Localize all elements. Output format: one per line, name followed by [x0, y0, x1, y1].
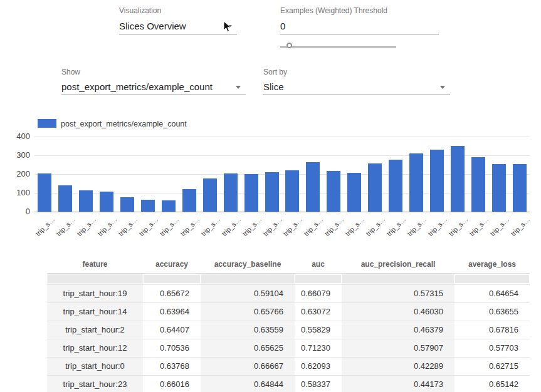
gridline — [34, 137, 530, 137]
bar[interactable] — [368, 163, 382, 212]
feature-cell: trip_start_hour:2 — [47, 321, 143, 339]
bar[interactable] — [38, 173, 51, 212]
metric-cell: 0.44173 — [342, 376, 454, 392]
metric-cell: 0.57703 — [454, 339, 530, 357]
metric-cell: 0.42289 — [342, 358, 454, 375]
filter-cell — [454, 274, 530, 284]
metric-cell: 0.64407 — [143, 321, 201, 339]
metric-cell: 0.63655 — [454, 303, 530, 321]
legend-swatch — [38, 119, 56, 128]
metric-cell: 0.63964 — [143, 303, 201, 321]
column-header-auc[interactable]: auc — [295, 255, 342, 274]
bar[interactable] — [58, 185, 72, 212]
filter-cell — [201, 274, 295, 284]
metric-cell: 0.71230 — [295, 339, 342, 357]
column-filter-accuracy[interactable] — [144, 275, 200, 283]
table-row[interactable]: trip_start_hour:00.637680.666670.620930.… — [47, 358, 530, 376]
bar-plot — [34, 137, 530, 212]
metric-cell: 0.46379 — [342, 321, 454, 339]
metric-cell: 0.57315 — [342, 285, 454, 302]
feature-cell: trip_start_hour:19 — [47, 285, 143, 302]
table-row[interactable]: trip_start_hour:120.705360.656250.712300… — [47, 339, 530, 358]
column-header-average_loss[interactable]: average_loss — [454, 255, 530, 274]
table-row[interactable]: trip_start_hour:140.639640.657660.630720… — [47, 303, 530, 321]
bar[interactable] — [513, 164, 527, 212]
table-row[interactable]: trip_start_hour:190.656720.591040.660790… — [47, 285, 530, 303]
filter-cell — [342, 274, 454, 284]
bar[interactable] — [409, 153, 423, 212]
metric-cell: 0.63559 — [201, 321, 295, 339]
bar[interactable] — [224, 173, 238, 212]
column-filter-auc_precision_recall[interactable] — [342, 275, 454, 283]
tfma-slicing-metrics-view: Visualization Slices Overview Examples (… — [0, 0, 541, 392]
y-tick-label: 100 — [5, 188, 30, 197]
metric-cell: 0.67816 — [454, 321, 530, 339]
metric-cell: 0.66016 — [143, 376, 201, 392]
bar[interactable] — [492, 164, 506, 212]
table-row[interactable]: trip_start_hour:230.660160.648440.583370… — [47, 376, 530, 392]
gridline — [34, 212, 530, 212]
bar[interactable] — [389, 160, 402, 212]
mouse-cursor-icon — [223, 21, 232, 33]
bar[interactable] — [285, 170, 299, 212]
metric-cell: 0.64654 — [454, 285, 530, 302]
column-header-accuracy_baseline[interactable]: accuracy_baseline — [201, 255, 295, 274]
metric-cell: 0.63768 — [143, 358, 201, 375]
feature-cell: trip_start_hour:14 — [47, 303, 143, 321]
table-filter-row — [47, 274, 530, 285]
bar[interactable] — [182, 189, 196, 212]
metric-cell: 0.57907 — [342, 339, 454, 357]
column-filter-feature[interactable] — [48, 275, 142, 283]
bar[interactable] — [306, 162, 320, 212]
metric-cell: 0.46030 — [342, 303, 454, 321]
bar[interactable] — [120, 197, 134, 212]
metric-cell: 0.65625 — [201, 339, 295, 357]
metric-cell: 0.62093 — [295, 358, 342, 375]
bar[interactable] — [244, 174, 258, 212]
column-header-auc_precision_recall[interactable]: auc_precision_recall — [342, 255, 454, 274]
metric-cell: 0.65672 — [143, 285, 201, 302]
bar[interactable] — [141, 200, 155, 212]
legend-label: post_export_metrics/example_count — [61, 120, 187, 128]
bar[interactable] — [100, 192, 113, 212]
metric-cell: 0.63072 — [295, 303, 342, 321]
metric-cell: 0.62715 — [454, 358, 530, 375]
feature-cell: trip_start_hour:23 — [47, 376, 143, 392]
table-row[interactable]: trip_start_hour:20.644070.635590.558290.… — [47, 321, 530, 339]
bar[interactable] — [79, 190, 93, 212]
table-header-row: featureaccuracyaccuracy_baselineaucauc_p… — [47, 255, 530, 274]
column-filter-average_loss[interactable] — [455, 275, 529, 283]
column-header-accuracy[interactable]: accuracy — [143, 255, 201, 274]
metric-cell: 0.59104 — [201, 285, 295, 302]
metric-cell: 0.66667 — [201, 358, 295, 375]
y-tick-label: 300 — [5, 150, 30, 160]
metric-cell: 0.66079 — [295, 285, 342, 302]
y-tick-label: 200 — [5, 169, 30, 178]
feature-cell: trip_start_hour:0 — [47, 358, 143, 375]
bar[interactable] — [347, 173, 361, 212]
metric-cell: 0.58337 — [295, 376, 342, 392]
column-filter-accuracy_baseline[interactable] — [201, 275, 294, 283]
filter-cell — [47, 274, 143, 284]
bar[interactable] — [451, 146, 465, 212]
column-header-feature[interactable]: feature — [47, 255, 143, 274]
metric-cell: 0.64844 — [201, 376, 295, 392]
bar[interactable] — [203, 178, 217, 212]
bar[interactable] — [265, 172, 279, 212]
bar[interactable] — [430, 150, 444, 212]
bar[interactable] — [471, 157, 485, 212]
column-filter-auc[interactable] — [295, 275, 341, 283]
bar[interactable] — [162, 200, 176, 212]
y-tick-label: 400 — [5, 132, 30, 141]
filter-cell — [143, 274, 201, 284]
filter-cell — [295, 274, 342, 284]
metric-cell: 0.55829 — [295, 321, 342, 339]
metric-cell: 0.70536 — [143, 339, 201, 357]
metric-cell: 0.65766 — [201, 303, 295, 321]
bar[interactable] — [327, 171, 340, 212]
metric-cell: 0.65142 — [454, 376, 530, 392]
feature-cell: trip_start_hour:12 — [47, 339, 143, 357]
metrics-table: featureaccuracyaccuracy_baselineaucauc_p… — [47, 255, 530, 392]
y-tick-label: 0 — [5, 207, 30, 216]
